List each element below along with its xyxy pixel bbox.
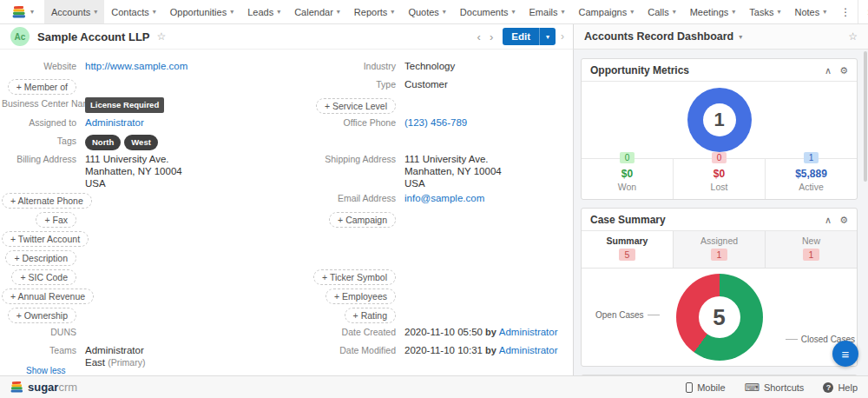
link-website[interactable]: http://www.sample.com [85, 61, 187, 71]
opportunity-metrics-card: Opportunity Metrics ∧ ⚙ 1 0$0Won0$0Lost1… [581, 58, 858, 200]
add-description-button[interactable]: + Description [5, 250, 76, 266]
field-value-shipping-address: 111 University Ave.Manhatten, NY 10004US… [404, 150, 564, 189]
field-label-assigned-to: Assigned to [2, 114, 85, 132]
nav-item-campaigns[interactable]: Campaigns▾ [572, 0, 641, 23]
gear-icon[interactable]: ⚙ [839, 65, 848, 76]
tag-west[interactable]: West [124, 135, 158, 150]
add-campaign-button[interactable]: + Campaign [329, 212, 396, 228]
empty-cell [85, 266, 299, 285]
nav-item-label: Notes [794, 7, 819, 17]
nav-item-label: Campaigns [579, 7, 628, 17]
dashboard-title[interactable]: Accounts Record Dashboard [584, 30, 733, 43]
show-less-link[interactable]: Show less [26, 366, 66, 375]
stat-amount: $0 [621, 168, 633, 180]
field-value-duns [85, 323, 299, 342]
dashboard-favorite-star-icon[interactable]: ☆ [848, 30, 858, 43]
more-menu[interactable]: ⋮ [833, 0, 858, 23]
nav-right: 1 ▾ + [858, 0, 868, 23]
nav-item-tasks[interactable]: Tasks▾ [742, 0, 787, 23]
nav-item-label: Leads [247, 7, 273, 17]
collapse-icon[interactable]: ∧ [825, 215, 832, 226]
add-sic-code-button[interactable]: + SIC Code [11, 269, 76, 285]
add-ticker-symbol-button[interactable]: + Ticker Symbol [313, 269, 396, 285]
add-service-level-button[interactable]: + Service Level [316, 98, 396, 114]
opportunity-metrics-header: Opportunity Metrics ∧ ⚙ [582, 59, 857, 82]
chevron-down-icon: ▾ [512, 8, 516, 16]
dashboard-header: Accounts Record Dashboard ▾ ☆ [573, 24, 868, 50]
dashboard-scrollbar[interactable] [864, 51, 867, 182]
add-annual-revenue-button[interactable]: + Annual Revenue [2, 289, 94, 304]
chevron-down-icon[interactable]: ▾ [739, 33, 742, 41]
tab-count-badge: 1 [711, 249, 728, 261]
nav-item-meetings[interactable]: Meetings▾ [683, 0, 743, 23]
stat-won: 0$0Won [582, 159, 673, 199]
expand-dashboard-icon[interactable]: › [561, 30, 564, 43]
edit-button-label: Edit [503, 28, 539, 45]
link-email-address[interactable]: info@sample.com [404, 193, 484, 203]
nav-item-documents[interactable]: Documents▾ [453, 0, 523, 23]
nav-item-notes[interactable]: Notes▾ [787, 0, 833, 23]
collapse-icon[interactable]: ∧ [825, 65, 832, 76]
app-logo[interactable]: ▾ [0, 0, 44, 23]
tab-assigned[interactable]: Assigned1 [673, 231, 765, 268]
previous-record-button[interactable]: ‹ [473, 30, 485, 43]
add-fax-button[interactable]: + Fax [36, 212, 76, 228]
add-twitter-account-button[interactable]: + Twitter Account [2, 231, 89, 247]
address-line: USA [85, 177, 295, 189]
chevron-down-icon: ▾ [337, 8, 340, 16]
gear-icon[interactable]: ⚙ [839, 215, 848, 226]
tab-new[interactable]: New1 [765, 231, 857, 268]
chevron-down-icon[interactable]: ▾ [539, 28, 556, 45]
nav-item-accounts[interactable]: Accounts▾ [44, 0, 104, 23]
nav-item-quotes[interactable]: Quotes▾ [401, 0, 452, 23]
favorite-star-icon[interactable]: ☆ [157, 30, 167, 43]
field-value-office-phone: (123) 456-789 [404, 114, 564, 132]
nav-item-contacts[interactable]: Contacts▾ [104, 0, 162, 23]
field-value-website: http://www.sample.com [85, 57, 299, 76]
link-office-phone[interactable]: (123) 456-789 [404, 117, 467, 128]
nav-item-calendar[interactable]: Calendar▾ [287, 0, 347, 23]
mobile-link[interactable]: Mobile [686, 382, 725, 393]
field-value-tags: NorthWest [85, 132, 299, 150]
add-rating-button[interactable]: + Rating [345, 308, 396, 323]
add-employees-button[interactable]: + Employees [326, 289, 396, 304]
nav-item-opportunities[interactable]: Opportunities▾ [163, 0, 240, 23]
next-record-button[interactable]: › [485, 30, 497, 43]
nav-item-leads[interactable]: Leads▾ [240, 0, 287, 23]
field-label-type: Type [299, 76, 404, 95]
address-line: USA [404, 177, 561, 189]
account-avatar: Ac [10, 27, 30, 46]
dashboard-actions-fab[interactable]: ≡ [832, 341, 858, 367]
empty-cell [404, 228, 564, 247]
sugarcrm-logo[interactable]: sugarcrm [10, 381, 77, 394]
stat-label: Active [799, 182, 824, 192]
nav-item-label: Calls [648, 7, 668, 17]
add-alternate-phone-button[interactable]: + Alternate Phone [2, 193, 92, 209]
field-label-slot: + Annual Revenue [2, 285, 85, 304]
add-member-of-button[interactable]: + Member of [8, 79, 76, 95]
link-administrator[interactable]: Administrator [499, 327, 558, 337]
tag-north[interactable]: North [85, 135, 121, 150]
help-link[interactable]: ? Help [823, 382, 858, 393]
add-ownership-button[interactable]: + Ownership [8, 308, 76, 323]
nav-item-reports[interactable]: Reports▾ [347, 0, 402, 23]
link-assigned-to[interactable]: Administrator [85, 117, 144, 128]
shortcuts-link[interactable]: ⌨ Shortcuts [745, 381, 805, 394]
team-line: Administrator [85, 344, 295, 356]
nav-item-emails[interactable]: Emails▾ [523, 0, 572, 23]
empty-cell [85, 76, 299, 95]
chevron-down-icon: ▾ [153, 8, 156, 16]
stat-count-badge: 0 [620, 152, 635, 163]
tab-summary[interactable]: Summary5 [582, 231, 673, 268]
link-administrator[interactable]: Administrator [499, 345, 558, 355]
card-title: Opportunity Metrics [590, 64, 689, 76]
field-label-office-phone: Office Phone [299, 114, 404, 132]
tab-count-badge: 1 [803, 249, 820, 261]
nav-item-calls[interactable]: Calls▾ [641, 0, 682, 23]
edit-button[interactable]: Edit ▾ [503, 28, 556, 45]
empty-cell [404, 132, 564, 150]
field-label-slot: + Description [2, 247, 85, 266]
donut-center-value: 5 [699, 296, 740, 338]
empty-cell [85, 189, 299, 209]
field-label-business-center-name: Business Center Name [2, 95, 85, 114]
